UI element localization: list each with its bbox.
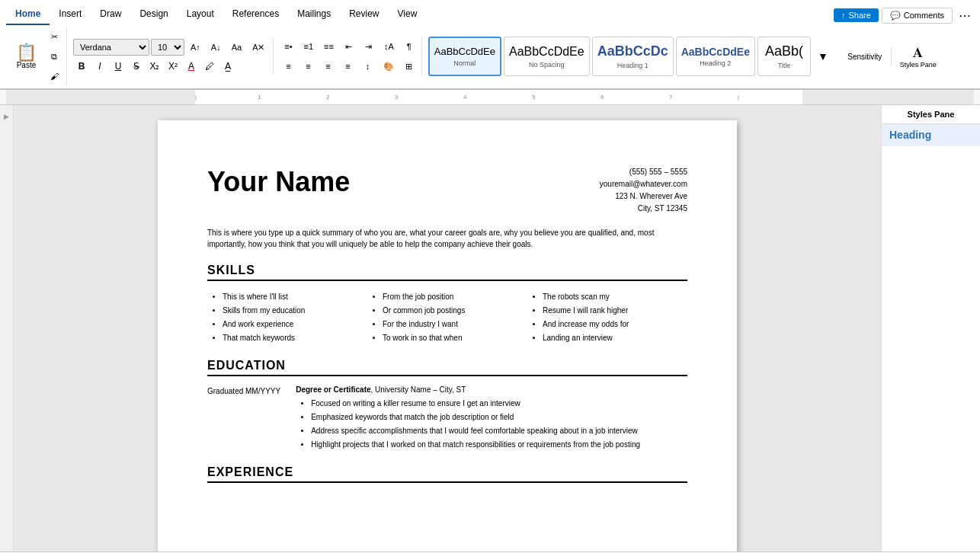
bold-button[interactable]: B (73, 58, 90, 75)
skills-list-1: This is where I'll list Skills from my e… (207, 290, 367, 345)
line-spacing-button[interactable]: ↕ (359, 57, 377, 75)
multilevel-list-button[interactable]: ≡≡ (319, 37, 338, 56)
styles-pane-button[interactable]: 𝐀 Styles Pane (895, 41, 942, 72)
text-highlight-button[interactable]: A̲ (219, 58, 236, 75)
tab-draw[interactable]: Draw (91, 4, 130, 25)
tab-view[interactable]: View (389, 4, 427, 25)
font-color-button[interactable]: A (183, 58, 200, 75)
strikethrough-button[interactable]: S̶ (128, 58, 145, 75)
style-no-spacing[interactable]: AaBbCcDdEe No Spacing (504, 37, 590, 76)
education-row: Graduated MM/YYYY Degree or Certificate,… (207, 385, 687, 452)
main-area: ▶ Your Name (555) 555 – 5555 youremail@w… (0, 105, 980, 551)
tab-design[interactable]: Design (130, 4, 177, 25)
sensitivity-group: Sensitivity (839, 47, 892, 66)
skill-2-1: From the job position (383, 290, 527, 304)
paste-button[interactable]: 📋 Paste (9, 42, 43, 72)
style-title[interactable]: AaBb( Title (757, 37, 811, 76)
subscript-button[interactable]: X₂ (146, 58, 163, 75)
styles-pane-heading-item[interactable]: Heading (882, 124, 980, 146)
align-right-button[interactable]: ≡ (319, 57, 338, 75)
contact-section: (555) 555 – 5555 youremail@whatever.com … (600, 166, 687, 215)
styles-pane-title: Styles Pane (908, 110, 955, 119)
clear-formatting-button[interactable]: A✕ (248, 38, 269, 56)
page-header: Your Name (555) 555 – 5555 youremail@wha… (207, 166, 687, 215)
decrease-font-button[interactable]: A↓ (207, 38, 226, 56)
styles-pane-heading-preview: Heading (889, 129, 972, 141)
shading-button[interactable]: 🎨 (379, 57, 399, 75)
paste-icon: 📋 (16, 44, 37, 61)
comments-button[interactable]: 💬 Comments (882, 8, 953, 24)
edu-bullet-1: Focused on writing a killer resume to en… (311, 397, 687, 411)
skill-2-2: Or common job postings (383, 304, 527, 318)
paragraph-top-row: ≡• ≡1 ≡≡ ⇤ ⇥ ↕A ¶ (280, 37, 418, 56)
tab-review[interactable]: Review (340, 4, 388, 25)
numbering-button[interactable]: ≡1 (299, 37, 319, 56)
institution: , University Name – City, ST (371, 385, 466, 394)
style-normal[interactable]: AaBbCcDdEe Normal (428, 37, 501, 76)
tab-layout[interactable]: Layout (178, 4, 223, 25)
tab-mailings[interactable]: Mailings (288, 4, 340, 25)
document-area[interactable]: Your Name (555) 555 – 5555 youremail@wha… (14, 105, 881, 551)
italic-button[interactable]: I (91, 58, 108, 75)
your-name: Your Name (207, 166, 350, 198)
underline-button[interactable]: U (110, 58, 127, 75)
change-case-button[interactable]: Aa (227, 38, 246, 56)
sidebar-marker: ▶ (4, 113, 9, 120)
paragraph-bottom-row: ≡ ≡ ≡ ≡ ↕ 🎨 ⊞ (280, 57, 418, 75)
increase-font-button[interactable]: A↑ (186, 38, 205, 56)
sensitivity-button[interactable]: Sensitivity (842, 47, 888, 66)
justify-button[interactable]: ≡ (339, 57, 357, 75)
highlight-button[interactable]: 🖊 (201, 58, 218, 75)
style-heading2-label: Heading 2 (700, 59, 731, 67)
toolbar: 📋 Paste ✂ ⧉ 🖌 Verdana 10 A↑ A↓ Aa A✕ (0, 24, 980, 90)
bullets-button[interactable]: ≡• (280, 37, 298, 56)
skill-3-2: Resume I will rank higher (543, 304, 687, 318)
ribbon-tabs: Home Insert Draw Design Layout Reference… (0, 0, 980, 24)
experience-heading: EXPERIENCE (207, 465, 687, 483)
clipboard-group: 📋 Paste ✂ ⧉ 🖌 (6, 27, 67, 85)
skills-col-3: The robots scan my Resume I will rank hi… (527, 290, 687, 345)
cut-button[interactable]: ✂ (45, 27, 63, 46)
sidebar-left: ▶ (0, 105, 14, 551)
sort-button[interactable]: ↕A (380, 37, 399, 56)
decrease-indent-button[interactable]: ⇤ (340, 37, 358, 56)
copy-button[interactable]: ⧉ (45, 47, 63, 66)
skill-2-3: For the industry I want (383, 318, 527, 331)
education-degree-line: Degree or Certificate, University Name –… (296, 385, 687, 394)
paste-label: Paste (17, 61, 37, 69)
summary-section: This is where you type up a quick summar… (207, 227, 687, 250)
styles-pane-label: Styles Pane (900, 61, 937, 69)
more-options-button[interactable]: ⋯ (956, 6, 974, 24)
comments-icon: 💬 (890, 11, 901, 21)
tab-references[interactable]: References (223, 4, 288, 25)
style-heading1-preview: AaBbCcDc (597, 43, 668, 60)
styles-pane-icon: 𝐀 (913, 45, 923, 61)
style-heading2[interactable]: AaBbCcDdEe Heading 2 (676, 37, 755, 76)
align-center-button[interactable]: ≡ (299, 57, 318, 75)
style-heading1[interactable]: AaBbCcDc Heading 1 (592, 37, 674, 76)
align-left-button[interactable]: ≡ (280, 57, 298, 75)
share-button[interactable]: ↑ Share (834, 8, 879, 22)
tab-insert[interactable]: Insert (50, 4, 91, 25)
border-button[interactable]: ⊞ (400, 57, 418, 75)
increase-indent-button[interactable]: ⇥ (360, 37, 378, 56)
education-heading: EDUCATION (207, 359, 687, 376)
font-bottom-row: B I U S̶ X₂ X² A 🖊 A̲ (73, 58, 270, 75)
font-family-select[interactable]: Verdana (73, 39, 149, 56)
skill-3-3: And increase my odds for (543, 318, 687, 331)
style-normal-preview: AaBbCcDdEe (434, 46, 495, 58)
superscript-button[interactable]: X² (165, 58, 181, 75)
edu-bullet-4: Highlight projects that I worked on that… (311, 438, 687, 452)
font-group: Verdana 10 A↑ A↓ Aa A✕ B I U S̶ X₂ X² A … (70, 38, 274, 75)
skill-1-2: Skills from my education (223, 304, 367, 318)
show-marks-button[interactable]: ¶ (400, 37, 418, 56)
more-styles-button[interactable]: ▼ (813, 47, 833, 66)
paragraph-controls: ≡• ≡1 ≡≡ ⇤ ⇥ ↕A ¶ ≡ ≡ ≡ ≡ ↕ 🎨 ⊞ (280, 37, 418, 75)
font-size-select[interactable]: 10 (151, 39, 184, 56)
format-painter-button[interactable]: 🖌 (45, 67, 63, 85)
education-bullets: Focused on writing a killer resume to en… (296, 397, 687, 452)
tab-home[interactable]: Home (6, 4, 50, 25)
skills-list-3: The robots scan my Resume I will rank hi… (527, 290, 687, 345)
skill-1-4: That match keywords (223, 331, 367, 345)
font-controls: Verdana 10 A↑ A↓ Aa A✕ B I U S̶ X₂ X² A … (73, 38, 270, 75)
